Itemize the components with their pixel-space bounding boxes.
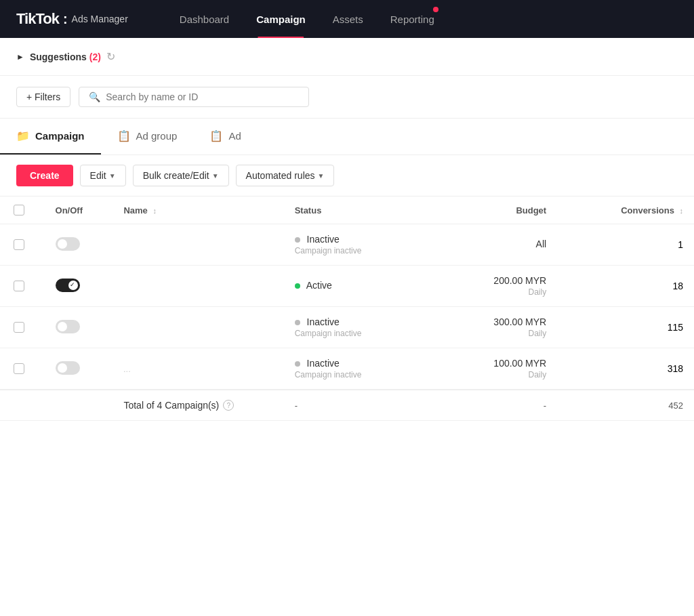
search-input[interactable] [106, 91, 299, 102]
row2-status-label: Active [306, 280, 332, 291]
row1-checkbox-cell[interactable] [0, 224, 45, 266]
total-label: Total of 4 Campaign(s) ? [123, 400, 272, 411]
suggestions-expand-icon[interactable]: ► [16, 52, 24, 62]
row2-status-dot [295, 283, 300, 289]
row2-toggle[interactable] [56, 279, 80, 292]
name-header[interactable]: Name ↕ [113, 197, 283, 224]
total-info-icon[interactable]: ? [223, 400, 234, 411]
row2-checkbox[interactable] [14, 281, 24, 291]
auto-chevron-icon: ▼ [318, 172, 325, 180]
search-icon: 🔍 [89, 91, 100, 102]
nav-link-campaign[interactable]: Campaign [243, 0, 319, 38]
row1-toggle[interactable] [56, 237, 80, 251]
total-dash1: - [284, 390, 421, 421]
row3-toggle-track[interactable] [56, 320, 80, 333]
row4-toggle-track[interactable] [56, 361, 80, 375]
create-button[interactable]: Create [16, 165, 73, 186]
nav-bar: TikTok: Ads Manager Dashboard Campaign A… [0, 0, 694, 38]
row1-budget-cell: All [420, 224, 557, 266]
row2-conversions-cell: 18 [557, 266, 694, 307]
row1-checkbox[interactable] [14, 239, 24, 250]
row4-name-cell: ... [113, 348, 283, 390]
nav-links: Dashboard Campaign Assets Reporting [166, 0, 448, 38]
tab-adgroup-label: Ad group [136, 130, 178, 142]
table-row: Inactive Campaign inactive 300.00 MYR Da… [0, 307, 694, 348]
total-conversions: 452 [557, 390, 694, 421]
row4-checkbox[interactable] [14, 363, 24, 374]
conversions-header[interactable]: Conversions ↕ [557, 197, 694, 224]
row4-toggle-thumb [58, 363, 67, 373]
budget-header: Budget [420, 197, 557, 224]
edit-chevron-icon: ▼ [109, 172, 116, 180]
row2-budget-cell: 200.00 MYR Daily [420, 266, 557, 307]
tab-adgroup[interactable]: 📋 Ad group [101, 119, 194, 155]
row2-budget-amount: 200.00 MYR [431, 275, 546, 286]
row3-toggle[interactable] [56, 320, 80, 333]
row4-name: ... [123, 364, 131, 374]
suggestions-label[interactable]: Suggestions (2) [30, 52, 101, 62]
tab-ad[interactable]: 📋 Ad [193, 119, 257, 155]
row1-toggle-track[interactable] [56, 237, 80, 251]
row2-toggle-cell[interactable] [45, 266, 113, 307]
nav-link-assets[interactable]: Assets [319, 0, 377, 38]
row3-status-cell: Inactive Campaign inactive [284, 307, 421, 348]
row2-name-cell [113, 266, 283, 307]
row4-toggle-cell[interactable] [45, 348, 113, 390]
row1-status-cell: Inactive Campaign inactive [284, 224, 421, 266]
row2-toggle-thumb [68, 281, 78, 290]
row4-status-sub: Campaign inactive [295, 370, 410, 379]
suggestions-refresh-icon[interactable]: ↻ [106, 50, 115, 63]
total-budget-dash: - [420, 390, 557, 421]
table-row: Inactive Campaign inactive All 1 [0, 224, 694, 266]
brand-logo: TikTok: Ads Manager [16, 10, 128, 28]
select-all-checkbox[interactable] [14, 205, 24, 215]
row3-status-sub: Campaign inactive [295, 329, 410, 338]
row2-toggle-track[interactable] [56, 279, 80, 292]
row4-status-cell: Inactive Campaign inactive [284, 348, 421, 390]
row1-status-sub: Campaign inactive [295, 246, 410, 255]
row1-status-dot [295, 237, 300, 243]
row3-conversions-cell: 115 [557, 307, 694, 348]
row1-status-label: Inactive [307, 234, 340, 245]
table-row: ... Inactive Campaign inactive 100.00 MY… [0, 348, 694, 390]
row4-status-label: Inactive [307, 358, 340, 369]
total-row: Total of 4 Campaign(s) ? - - 452 [0, 390, 694, 421]
row2-checkbox-cell[interactable] [0, 266, 45, 307]
row4-budget-period: Daily [431, 370, 546, 379]
nav-link-reporting[interactable]: Reporting [377, 0, 448, 38]
tab-campaign[interactable]: 📁 Campaign [0, 119, 101, 155]
name-sort-icon[interactable]: ↕ [152, 207, 157, 215]
row3-checkbox[interactable] [14, 322, 24, 333]
campaigns-table: On/Off Name ↕ Status Budget Conversions [0, 197, 694, 421]
row3-status-label: Inactive [307, 316, 340, 327]
total-label-cell: Total of 4 Campaign(s) ? [113, 390, 283, 421]
row1-budget-amount: All [431, 239, 546, 249]
row3-toggle-cell[interactable] [45, 307, 113, 348]
filters-button[interactable]: + Filters [16, 87, 70, 107]
row4-budget-cell: 100.00 MYR Daily [420, 348, 557, 390]
automated-rules-button[interactable]: Automated rules ▼ [236, 165, 335, 186]
row1-conversions-cell: 1 [557, 224, 694, 266]
row2-budget-period: Daily [431, 287, 546, 297]
select-all-header[interactable] [0, 197, 45, 224]
tab-ad-label: Ad [228, 130, 241, 142]
brand-sub: Ads Manager [72, 14, 128, 24]
tabs-bar: 📁 Campaign 📋 Ad group 📋 Ad [0, 119, 694, 155]
table-row: Active 200.00 MYR Daily 18 [0, 266, 694, 307]
edit-button[interactable]: Edit ▼ [80, 165, 126, 186]
row4-budget-amount: 100.00 MYR [431, 358, 546, 369]
row3-name-cell [113, 307, 283, 348]
row4-toggle[interactable] [56, 361, 80, 375]
brand-colon: : [63, 12, 68, 27]
reporting-dot [433, 7, 438, 12]
bulk-button[interactable]: Bulk create/Edit ▼ [133, 165, 229, 186]
row1-toggle-cell[interactable] [45, 224, 113, 266]
row1-toggle-thumb [58, 239, 67, 249]
nav-link-dashboard[interactable]: Dashboard [166, 0, 243, 38]
main-content: ► Suggestions (2) ↻ + Filters 🔍 📁 Campai… [0, 38, 694, 616]
status-header: Status [284, 197, 421, 224]
brand-tiktok: TikTok [16, 10, 59, 28]
row4-checkbox-cell[interactable] [0, 348, 45, 390]
row3-checkbox-cell[interactable] [0, 307, 45, 348]
conversions-sort-icon[interactable]: ↕ [680, 207, 684, 215]
